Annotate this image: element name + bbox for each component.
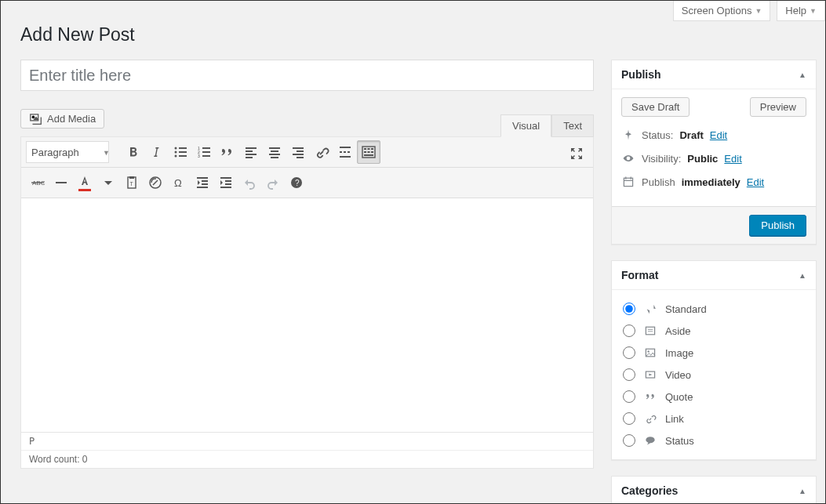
undo-button[interactable] xyxy=(238,171,261,194)
format-radio-video[interactable] xyxy=(623,368,635,381)
paste-text-button[interactable]: T xyxy=(120,171,144,194)
svg-rect-13 xyxy=(246,147,257,149)
special-character-button[interactable]: Ω xyxy=(167,171,191,194)
strikethrough-button[interactable]: ABC xyxy=(26,171,49,194)
format-option-link[interactable]: Link xyxy=(621,408,806,430)
keyboard-shortcuts-button[interactable]: ? xyxy=(285,171,308,194)
text-tab[interactable]: Text xyxy=(551,114,594,137)
italic-button[interactable] xyxy=(145,140,169,164)
editor-container: Paragraph ▼ 123 ABC xyxy=(20,136,594,469)
svg-rect-14 xyxy=(246,150,253,152)
numbered-list-button[interactable]: 123 xyxy=(192,140,216,164)
svg-rect-31 xyxy=(364,148,366,150)
collapse-icon[interactable]: ▲ xyxy=(799,71,806,79)
format-option-quote[interactable]: Quote xyxy=(621,386,806,408)
format-radio-aside[interactable] xyxy=(623,325,635,337)
format-option-video[interactable]: Video xyxy=(621,364,806,386)
edit-status-link[interactable]: Edit xyxy=(710,129,727,141)
svg-rect-46 xyxy=(202,180,208,182)
svg-text:Ω: Ω xyxy=(174,177,182,189)
format-radio-standard[interactable] xyxy=(623,303,635,315)
svg-point-0 xyxy=(32,116,35,119)
categories-box: Categories ▲ xyxy=(611,476,817,504)
svg-rect-42 xyxy=(129,176,134,179)
format-label: Quote xyxy=(665,391,693,403)
read-more-button[interactable] xyxy=(333,140,357,164)
add-media-button[interactable]: Add Media xyxy=(20,109,104,129)
fullscreen-button[interactable] xyxy=(565,142,588,165)
aside-icon xyxy=(643,324,657,338)
toolbar-toggle-button[interactable] xyxy=(357,140,380,164)
edit-visibility-link[interactable]: Edit xyxy=(724,153,741,165)
svg-point-65 xyxy=(646,437,654,443)
post-title-input[interactable] xyxy=(20,60,594,91)
editor-toolbar-row1: Paragraph ▼ 123 xyxy=(21,137,593,168)
format-radio-link[interactable] xyxy=(623,412,635,425)
clear-formatting-button[interactable] xyxy=(144,171,167,194)
collapse-icon[interactable]: ▲ xyxy=(799,271,806,280)
indent-button[interactable] xyxy=(214,171,238,194)
format-radio-quote[interactable] xyxy=(623,390,635,403)
format-box-title: Format xyxy=(621,269,658,281)
format-label: Aside xyxy=(665,325,691,337)
help-label: Help xyxy=(785,5,806,16)
save-draft-button[interactable]: Save Draft xyxy=(621,97,690,117)
svg-rect-16 xyxy=(246,157,253,158)
paragraph-format-select[interactable]: Paragraph xyxy=(26,141,109,163)
svg-rect-29 xyxy=(348,151,350,153)
calendar-icon xyxy=(621,175,635,189)
text-color-button[interactable] xyxy=(73,171,96,194)
publish-button[interactable]: Publish xyxy=(749,215,806,236)
svg-rect-10 xyxy=(202,147,210,149)
svg-point-2 xyxy=(175,151,177,154)
format-radio-status[interactable] xyxy=(623,434,635,447)
align-left-button[interactable] xyxy=(239,140,263,164)
redo-button[interactable] xyxy=(261,171,285,194)
screen-options-tab[interactable]: Screen Options ▼ xyxy=(673,1,771,21)
text-color-dropdown[interactable] xyxy=(96,171,120,194)
quote-icon xyxy=(643,390,657,404)
pin-icon xyxy=(621,128,635,142)
edit-date-link[interactable]: Edit xyxy=(747,176,764,188)
svg-rect-49 xyxy=(220,177,231,179)
svg-text:T: T xyxy=(130,181,134,187)
svg-rect-59 xyxy=(646,327,654,335)
visibility-value: Public xyxy=(687,153,718,165)
format-label: Status xyxy=(665,435,694,447)
svg-rect-55 xyxy=(624,178,632,186)
svg-rect-17 xyxy=(269,147,280,149)
svg-rect-4 xyxy=(179,147,187,149)
align-right-button[interactable] xyxy=(286,140,310,164)
categories-box-title: Categories xyxy=(621,484,678,497)
link-button[interactable] xyxy=(310,140,333,164)
pushpin-icon xyxy=(643,302,657,316)
help-tab[interactable]: Help ▼ xyxy=(777,1,825,21)
align-center-button[interactable] xyxy=(263,140,286,164)
preview-button[interactable]: Preview xyxy=(750,97,806,117)
format-option-aside[interactable]: Aside xyxy=(621,320,806,342)
svg-rect-20 xyxy=(271,157,278,158)
format-option-standard[interactable]: Standard xyxy=(621,298,806,320)
format-option-status[interactable]: Status xyxy=(621,430,806,451)
bold-button[interactable] xyxy=(122,140,145,164)
blockquote-button[interactable] xyxy=(216,140,239,164)
svg-rect-47 xyxy=(202,183,208,185)
svg-rect-34 xyxy=(364,151,366,153)
svg-rect-5 xyxy=(179,151,187,153)
svg-rect-26 xyxy=(340,156,351,158)
svg-rect-33 xyxy=(371,148,373,150)
status-label: Status: xyxy=(642,129,673,141)
svg-rect-40 xyxy=(56,182,67,183)
visual-tab[interactable]: Visual xyxy=(500,114,551,137)
collapse-icon[interactable]: ▲ xyxy=(799,487,806,495)
horizontal-rule-button[interactable] xyxy=(49,171,73,194)
outdent-button[interactable] xyxy=(191,171,214,194)
svg-rect-35 xyxy=(368,151,370,153)
format-option-image[interactable]: Image xyxy=(621,342,806,364)
svg-rect-50 xyxy=(225,180,231,182)
video-icon xyxy=(643,368,657,382)
format-radio-image[interactable] xyxy=(623,346,635,359)
bullet-list-button[interactable] xyxy=(169,140,192,164)
editor-content-area[interactable] xyxy=(21,198,593,432)
status-value: Draft xyxy=(679,129,703,141)
